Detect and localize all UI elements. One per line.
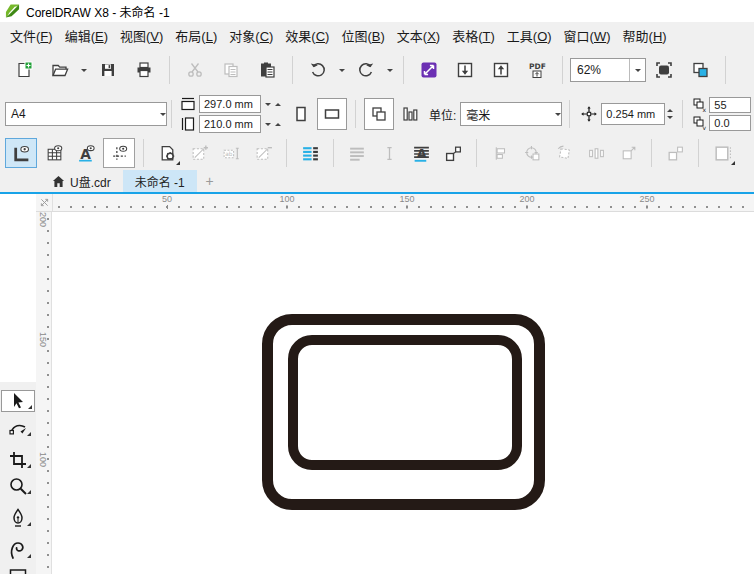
- small-squares-gray-icon: [666, 144, 685, 163]
- page-width-spinner[interactable]: [263, 100, 283, 109]
- page-height-spinner[interactable]: [263, 120, 283, 129]
- duplicate-distance-x-field[interactable]: 55: [709, 97, 751, 113]
- menu-object[interactable]: 对象(C): [224, 22, 278, 49]
- menu-window[interactable]: 窗口(W): [559, 22, 616, 49]
- rectangle-tool-icon: [8, 566, 28, 574]
- toggle-guidelines-button[interactable]: [103, 138, 135, 168]
- redo-flyout-arrow[interactable]: [384, 53, 396, 87]
- distribute-gray-icon: [587, 144, 606, 163]
- duplicate-distance-y-field[interactable]: 0.0: [709, 115, 751, 131]
- document-canvas[interactable]: [52, 212, 754, 574]
- page-width-field[interactable]: 297.0 mm: [199, 95, 261, 113]
- shape-tool-icon: [8, 418, 28, 438]
- undo-button[interactable]: [301, 53, 335, 87]
- copy-button: [214, 53, 248, 87]
- import-button[interactable]: [448, 53, 482, 87]
- menu-edit[interactable]: 编辑(E): [60, 22, 113, 49]
- frame-text-icon: ab: [222, 144, 241, 163]
- toggle-rulers-button[interactable]: [5, 138, 37, 168]
- toggle-baseline-grid-button[interactable]: A: [71, 139, 101, 167]
- zoom-level-combo[interactable]: 62%: [570, 58, 646, 82]
- menu-table[interactable]: 表格(T): [447, 22, 500, 49]
- nudge-distance-icon: [580, 105, 598, 123]
- new-tab-button[interactable]: +: [197, 170, 223, 192]
- export-button[interactable]: [484, 53, 518, 87]
- page-size-dropdown-arrow[interactable]: [160, 110, 166, 119]
- current-page-icon: [401, 105, 419, 123]
- all-pages-button[interactable]: [364, 98, 394, 130]
- search-content-button[interactable]: [412, 53, 446, 87]
- menu-layout[interactable]: 布局(L): [170, 22, 222, 49]
- drawn-inner-rounded-rectangle[interactable]: [288, 335, 522, 470]
- menu-effects[interactable]: 效果(C): [280, 22, 334, 49]
- crop-tool[interactable]: [3, 450, 33, 470]
- page-width-icon: [179, 95, 197, 113]
- text-format-button[interactable]: A: [406, 139, 436, 167]
- link-squares-icon: [444, 144, 463, 163]
- open-folder-icon: [51, 61, 69, 79]
- menu-view[interactable]: 视图(V): [115, 22, 168, 49]
- toolbar-separator: [169, 56, 170, 84]
- crop-tool-icon: [8, 450, 28, 470]
- stripes-gray-icon: [348, 144, 367, 163]
- ruler-origin-button[interactable]: [36, 194, 53, 211]
- menu-file[interactable]: 文件(F): [5, 22, 58, 49]
- undo-icon: [309, 61, 327, 79]
- zoom-level-combo-arrow[interactable]: [629, 59, 645, 81]
- frame-remove-icon: [254, 144, 273, 163]
- print-button[interactable]: [127, 53, 161, 87]
- columns-settings-button[interactable]: [295, 139, 325, 167]
- paste-button[interactable]: [250, 53, 284, 87]
- nudge-distance-field[interactable]: 0.254 mm: [601, 103, 665, 125]
- toggle-grid-button[interactable]: [39, 139, 69, 167]
- toolbar-separator: [333, 139, 334, 167]
- nudge-spinner[interactable]: [665, 106, 675, 122]
- bounding-box-button: [707, 139, 737, 167]
- tab-untitled-document[interactable]: 未命名 -1: [123, 170, 197, 192]
- link-frames-button[interactable]: [438, 139, 468, 167]
- cut-button: [178, 53, 212, 87]
- redo-button[interactable]: [349, 53, 383, 87]
- units-dropdown-arrow[interactable]: [555, 110, 561, 119]
- curve-tool[interactable]: [3, 508, 33, 528]
- open-document-button[interactable]: [43, 53, 77, 87]
- shape-tool[interactable]: [3, 418, 33, 438]
- zoom-level-combo-value: 62%: [571, 63, 629, 77]
- landscape-button[interactable]: [317, 98, 347, 130]
- tab-udisk-document[interactable]: U盘.cdr: [40, 170, 123, 192]
- page-height-icon: [179, 115, 197, 133]
- menu-tools[interactable]: 工具(O): [502, 22, 557, 49]
- page-height-field[interactable]: 210.0 mm: [199, 115, 261, 133]
- artistic-media-tool[interactable]: [3, 540, 33, 560]
- open-flyout-arrow[interactable]: [78, 53, 90, 87]
- fullscreen-preview-button[interactable]: [647, 53, 681, 87]
- svg-text:PDF: PDF: [529, 62, 546, 71]
- coreldraw-logo-icon: [5, 4, 20, 19]
- v-ruler-label: 100: [38, 452, 48, 467]
- rectangle-tool[interactable]: [3, 566, 33, 574]
- page-settings-button[interactable]: [152, 139, 182, 167]
- h-ruler-label: 100: [279, 195, 294, 209]
- menu-bitmaps[interactable]: 位图(B): [336, 22, 389, 49]
- save-button[interactable]: [91, 53, 125, 87]
- new-document-button[interactable]: [7, 53, 41, 87]
- portrait-button[interactable]: [287, 99, 315, 129]
- undo-flyout-arrow[interactable]: [336, 53, 348, 87]
- pdf-icon: PDF: [528, 61, 546, 79]
- guides-toggle-icon: [110, 144, 129, 163]
- print-icon: [135, 61, 153, 79]
- vertical-ruler[interactable]: 200150100: [36, 212, 52, 574]
- show-rulers-button[interactable]: [683, 53, 717, 87]
- standard-toolbar: PDF62%贴: [0, 48, 754, 92]
- current-page-button[interactable]: [396, 99, 424, 129]
- pick-tool[interactable]: [1, 390, 35, 412]
- menu-help[interactable]: 帮助(H): [618, 22, 672, 49]
- zoom-tool[interactable]: [3, 476, 33, 496]
- page-size-combo[interactable]: A4: [5, 102, 167, 126]
- units-label: 单位:: [429, 106, 456, 123]
- horizontal-ruler[interactable]: 50100150200250: [36, 194, 754, 212]
- units-combo[interactable]: 毫米: [460, 102, 562, 126]
- scale-gray-icon: [619, 144, 638, 163]
- menu-text[interactable]: 文本(X): [392, 22, 445, 49]
- publish-pdf-button[interactable]: PDF: [520, 53, 554, 87]
